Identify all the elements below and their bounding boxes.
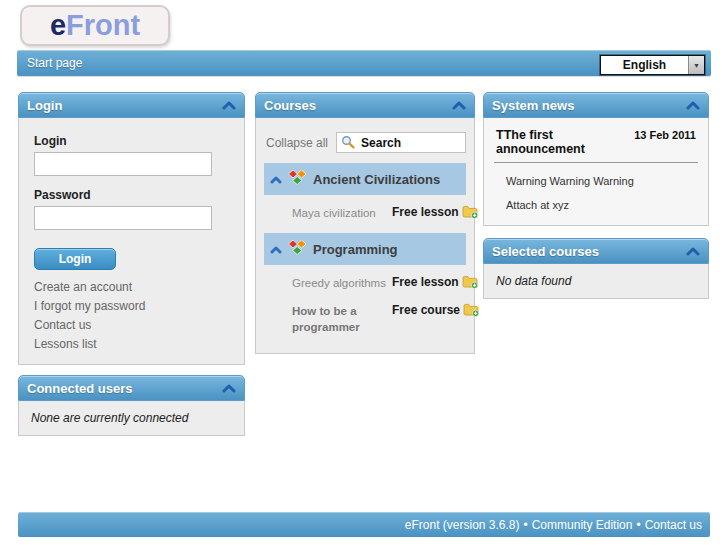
footer-separator: • xyxy=(636,518,640,532)
right-column: System news TThe first announcement 13 F… xyxy=(483,92,709,309)
courses-search-row: Collapse all xyxy=(264,132,466,153)
system-news-panel: System news TThe first announcement 13 F… xyxy=(483,92,709,226)
category-collapse-chevron-icon[interactable] xyxy=(270,245,282,254)
lesson-badge-group: Free lesson xyxy=(392,205,479,219)
footer-version-text: eFront (version 3.6.8) xyxy=(405,518,520,532)
footer-bar: eFront (version 3.6.8) • Community Editi… xyxy=(18,512,710,537)
announcement-date: 13 Feb 2011 xyxy=(634,129,696,141)
footer-separator: • xyxy=(524,518,528,532)
selected-courses-header: Selected courses xyxy=(483,238,709,264)
connected-users-title: Connected users xyxy=(27,381,222,396)
selected-courses-message: No data found xyxy=(483,264,709,299)
category-name[interactable]: Ancient Civilizations xyxy=(313,172,440,187)
chevron-down-icon[interactable]: ▼ xyxy=(688,56,704,74)
search-icon xyxy=(341,135,355,153)
course-row-programmer: How to be a programmer Free course xyxy=(264,293,466,345)
language-select[interactable]: English ▼ xyxy=(600,55,705,75)
efront-logo: eFront xyxy=(20,5,170,46)
courses-panel-title: Courses xyxy=(264,98,452,113)
course-name[interactable]: How to be a programmer xyxy=(292,303,392,335)
collapse-chevron-icon[interactable] xyxy=(222,383,236,393)
announcement-title[interactable]: TThe first announcement xyxy=(496,128,634,156)
password-input[interactable] xyxy=(34,206,212,230)
lesson-name[interactable]: Maya civilization xyxy=(292,205,392,221)
login-input[interactable] xyxy=(34,152,212,176)
contact-us-link[interactable]: Contact us xyxy=(34,316,229,335)
collapse-chevron-icon[interactable] xyxy=(686,246,700,256)
password-field-label: Password xyxy=(34,188,229,202)
login-panel-header: Login xyxy=(18,92,245,118)
folder-add-icon[interactable] xyxy=(462,205,479,219)
courses-panel: Courses Collapse all xyxy=(255,92,475,354)
course-badge-group: Free course xyxy=(392,303,480,317)
category-collapse-chevron-icon[interactable] xyxy=(270,175,282,184)
collapse-chevron-icon[interactable] xyxy=(222,100,236,110)
logo-text-front: Front xyxy=(66,9,140,42)
middle-column: Courses Collapse all xyxy=(255,92,475,364)
category-cubes-icon xyxy=(288,240,307,259)
login-field-label: Login xyxy=(34,134,229,148)
lesson-row-greedy: Greedy algorithms Free lesson xyxy=(264,265,466,293)
courses-panel-body: Collapse all xyxy=(255,118,475,354)
category-name[interactable]: Programming xyxy=(313,242,398,257)
announcement-header: TThe first announcement 13 Feb 2011 xyxy=(494,128,698,163)
search-field-wrap xyxy=(336,132,466,153)
top-navigation-bar: Start page English ▼ xyxy=(17,50,711,76)
create-account-link[interactable]: Create an account xyxy=(34,278,229,297)
login-panel: Login Login Password Login Create an acc… xyxy=(18,92,245,365)
free-lesson-link[interactable]: Free lesson xyxy=(392,275,459,289)
connected-users-message: None are currently connected xyxy=(18,401,245,436)
connected-users-header: Connected users xyxy=(18,375,245,401)
footer-edition-text: Community Edition xyxy=(532,518,633,532)
login-panel-title: Login xyxy=(27,98,222,113)
selected-courses-panel: Selected courses No data found xyxy=(483,238,709,299)
lesson-badge-group: Free lesson xyxy=(392,275,479,289)
announcement-line: Warning Warning Warning xyxy=(506,175,698,187)
folder-add-icon[interactable] xyxy=(462,275,479,289)
forgot-password-link[interactable]: I forgot my password xyxy=(34,297,229,316)
announcement-line: Attach at xyz xyxy=(506,199,698,211)
login-panel-body: Login Password Login Create an account I… xyxy=(18,118,245,365)
language-selected-value: English xyxy=(601,58,688,72)
free-course-link[interactable]: Free course xyxy=(392,303,460,317)
login-links: Create an account I forgot my password C… xyxy=(34,278,229,354)
collapse-chevron-icon[interactable] xyxy=(686,100,700,110)
folder-add-icon[interactable] xyxy=(463,303,480,317)
breadcrumb-start-page[interactable]: Start page xyxy=(27,56,82,70)
lesson-row-maya: Maya civilization Free lesson xyxy=(264,195,466,223)
login-button[interactable]: Login xyxy=(34,248,116,270)
system-news-body: TThe first announcement 13 Feb 2011 Warn… xyxy=(483,118,709,226)
lessons-list-link[interactable]: Lessons list xyxy=(34,335,229,354)
search-input[interactable] xyxy=(336,132,466,153)
collapse-chevron-icon[interactable] xyxy=(452,100,466,110)
left-column: Login Login Password Login Create an acc… xyxy=(18,92,245,446)
logo-text-e: e xyxy=(50,9,66,42)
category-programming[interactable]: Programming xyxy=(264,233,466,265)
connected-users-panel: Connected users None are currently conne… xyxy=(18,375,245,436)
footer-contact-us-link[interactable]: Contact us xyxy=(645,518,702,532)
lesson-name[interactable]: Greedy algorithms xyxy=(292,275,392,291)
courses-panel-header: Courses xyxy=(255,92,475,118)
page: eFront Start page English ▼ Login Login … xyxy=(0,0,727,545)
category-cubes-icon xyxy=(288,170,307,189)
free-lesson-link[interactable]: Free lesson xyxy=(392,205,459,219)
system-news-title: System news xyxy=(492,98,686,113)
system-news-header: System news xyxy=(483,92,709,118)
category-ancient-civilizations[interactable]: Ancient Civilizations xyxy=(264,163,466,195)
collapse-all-link[interactable]: Collapse all xyxy=(266,136,328,150)
selected-courses-title: Selected courses xyxy=(492,244,686,259)
